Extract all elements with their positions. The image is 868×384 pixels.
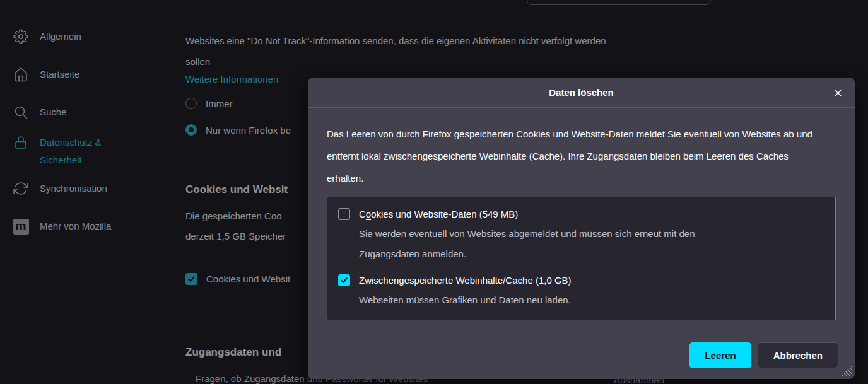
option-label: Cookies und Website-Daten (549 MB) [359,209,518,219]
cancel-button[interactable]: Abbrechen [758,342,838,368]
cookies-site-data-checkbox-row[interactable]: Cookies und Website-Daten (549 MB) [338,208,823,220]
option-description: Sie werden eventuell von Websites abgeme… [359,224,737,264]
option-cache: Zwischengespeicherte Webinhalte/Cache (1… [338,274,823,310]
checkbox-unchecked-icon[interactable] [338,208,350,220]
dialog-title: Daten löschen [549,87,614,98]
option-description: Webseiten müssen Grafiken und Daten neu … [359,290,737,310]
resize-grip[interactable] [841,365,852,376]
dialog-footer: Leeren Abbrechen [689,342,838,368]
clear-button[interactable]: Leeren [689,342,751,368]
clear-options-groupbox: Cookies und Website-Daten (549 MB) Sie w… [327,197,836,320]
cached-web-content-checkbox-row[interactable]: Zwischengespeicherte Webinhalte/Cache (1… [338,274,823,286]
dialog-header: Daten löschen [308,78,855,108]
dialog-body: Das Leeren von durch Firefox gespeichert… [308,108,855,320]
clear-data-dialog: Daten löschen Das Leeren von durch Firef… [308,78,855,379]
option-label: Zwischengespeicherte Webinhalte/Cache (1… [359,275,572,286]
dialog-description: Das Leeren von durch Firefox gespeichert… [327,123,819,189]
firefox-settings-window: Allgemein Startseite Suche Datenschutz &… [0,0,868,384]
checkbox-checked-icon[interactable] [338,274,350,286]
close-icon[interactable] [831,86,845,100]
option-cookies: Cookies und Website-Daten (549 MB) Sie w… [338,208,823,264]
